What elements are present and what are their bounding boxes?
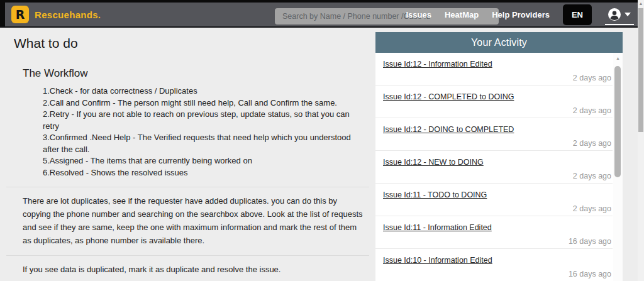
activity-link[interactable]: Issue Id:11 - TODO to DOING xyxy=(383,190,487,199)
activity-timestamp: 2 days ago xyxy=(383,204,611,213)
header-nav: Issues HeatMap Help Providers EN xyxy=(406,3,635,26)
nav-issues[interactable]: Issues xyxy=(406,10,431,19)
activity-item: Issue Id:12 - DOING to COMPLETED 2 days … xyxy=(375,118,613,151)
activity-timestamp: 2 days ago xyxy=(383,172,611,180)
page-scrollbar[interactable]: ▲ xyxy=(638,0,644,281)
workflow-section-title: The Workflow xyxy=(23,67,375,80)
page-title: What to do xyxy=(14,36,375,51)
instructions-paragraph: If you see data is duplicated, mark it a… xyxy=(23,263,363,276)
activity-link[interactable]: Issue Id:12 - COMPLETED to DOING xyxy=(383,92,514,101)
workflow-step: 2.Retry - If you are not able to reach o… xyxy=(43,109,365,132)
activity-link[interactable]: Issue Id:12 - NEW to DOING xyxy=(383,158,484,167)
workflow-step: 6.Resolved - Shows the resolved issues xyxy=(43,167,365,179)
activity-timestamp: 16 days ago xyxy=(383,237,611,246)
activity-item: Issue Id:11 - Information Edited 16 days… xyxy=(375,216,613,249)
activity-panel-body: Issue Id:12 - Information Edited 2 days … xyxy=(375,53,623,281)
activity-panel-title: Your Activity xyxy=(471,37,527,48)
activity-link[interactable]: Issue Id:12 - Information Edited xyxy=(383,60,492,69)
activity-panel: Your Activity Issue Id:12 - Information … xyxy=(375,32,623,281)
workflow-step: 5.Assigned - The items that are currentl… xyxy=(43,155,365,167)
divider xyxy=(6,187,369,187)
activity-link[interactable]: Issue Id:10 - Information Edited xyxy=(383,256,492,265)
activity-scrollbar[interactable]: ▲ xyxy=(613,53,623,281)
workflow-step: 2.Call and Confirm - The person might st… xyxy=(43,97,365,109)
logo-letter: R xyxy=(16,8,25,21)
activity-link[interactable]: Issue Id:12 - DOING to COMPLETED xyxy=(383,125,514,134)
chevron-down-icon xyxy=(625,13,631,16)
activity-link[interactable]: Issue Id:11 - Information Edited xyxy=(383,223,492,232)
activity-panel-header: Your Activity xyxy=(375,32,623,53)
header-left-edge xyxy=(0,3,5,26)
activity-list: Issue Id:12 - Information Edited 2 days … xyxy=(375,53,613,281)
workflow-step: 3.Confirmed .Need Help - The Verified re… xyxy=(43,132,365,155)
activity-timestamp: 2 days ago xyxy=(383,74,611,82)
user-menu[interactable] xyxy=(605,6,634,25)
scroll-up-icon[interactable]: ▲ xyxy=(638,1,644,7)
nav-heatmap[interactable]: HeatMap xyxy=(445,10,479,19)
brand[interactable]: R Rescuehands. xyxy=(11,3,101,26)
activity-item: Issue Id:12 - NEW to DOING 2 days ago xyxy=(375,151,613,184)
user-avatar-icon xyxy=(608,8,621,21)
activity-item: Issue Id:12 - COMPLETED to DOING 2 days … xyxy=(375,85,613,118)
page-scrollbar-thumb[interactable] xyxy=(638,8,643,132)
main-content: What to do The Workflow 1.Check - for da… xyxy=(0,28,375,281)
rescuehands-logo-icon: R xyxy=(11,6,29,23)
divider xyxy=(6,255,369,256)
activity-item: Issue Id:12 - Information Edited 2 days … xyxy=(375,53,613,85)
language-selector[interactable]: EN xyxy=(563,4,592,25)
app-header: R Rescuehands. Issues HeatMap Help Provi… xyxy=(0,0,638,28)
activity-item: Issue Id:10 - Information Edited 16 days… xyxy=(375,249,613,281)
nav-help-providers[interactable]: Help Providers xyxy=(492,10,550,19)
activity-timestamp: 16 days ago xyxy=(383,270,611,278)
activity-item: Issue Id:11 - TODO to DOING 2 days ago xyxy=(375,184,613,216)
workflow-list: 1.Check - for data correctness / Duplica… xyxy=(43,85,365,179)
instructions-paragraph: There are lot duplicates, see if the req… xyxy=(23,194,363,247)
activity-timestamp: 2 days ago xyxy=(383,106,611,115)
workflow-step: 1.Check - for data correctness / Duplica… xyxy=(43,85,365,97)
activity-timestamp: 2 days ago xyxy=(383,139,611,148)
scroll-up-icon[interactable]: ▲ xyxy=(613,55,623,62)
activity-scrollbar-thumb[interactable] xyxy=(614,66,621,177)
brand-name: Rescuehands. xyxy=(35,9,101,20)
